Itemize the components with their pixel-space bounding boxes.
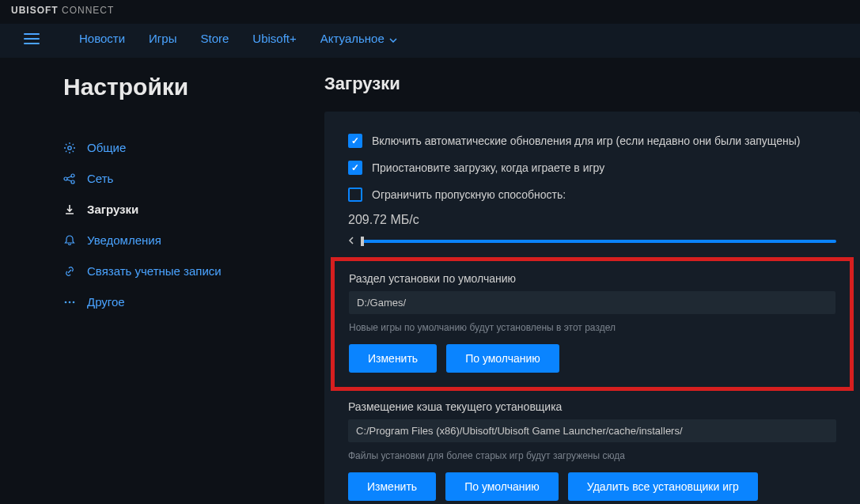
dots-icon [63, 296, 76, 309]
nav-store[interactable]: Store [200, 32, 229, 45]
sidebar-item-label: Общие [87, 141, 126, 154]
svg-point-2 [71, 174, 74, 177]
checkbox-auto-updates[interactable]: Включить автоматические обновления для и… [348, 127, 836, 154]
nav-ubisoft-plus[interactable]: Ubisoft+ [252, 32, 296, 45]
svg-point-4 [65, 301, 67, 303]
install-default-button[interactable]: По умолчанию [446, 344, 559, 373]
brand-bold: UBISOFT [11, 5, 59, 16]
svg-point-0 [68, 146, 71, 149]
nav-news[interactable]: Новости [79, 32, 125, 45]
checkbox-pause-while-playing[interactable]: Приостановите загрузку, когда играете в … [348, 154, 836, 181]
sidebar-item-other[interactable]: Другое [63, 286, 324, 317]
install-path-hint: Новые игры по умолчанию будут установлен… [349, 322, 835, 333]
svg-point-5 [69, 301, 71, 303]
chevron-left-icon[interactable] [348, 235, 354, 248]
sidebar-item-label: Связать учетные записи [87, 264, 222, 278]
checkbox-label: Включить автоматические обновления для и… [372, 135, 800, 147]
install-change-button[interactable]: Изменить [349, 344, 437, 373]
nav-games[interactable]: Игры [149, 32, 176, 45]
gear-icon [63, 142, 76, 154]
sidebar-item-network[interactable]: Сеть [63, 163, 324, 194]
nav-current[interactable]: Актуальное [320, 32, 397, 45]
sidebar-item-link-accounts[interactable]: Связать учетные записи [63, 256, 324, 286]
checkbox-icon[interactable] [348, 188, 362, 202]
install-path-section: Раздел установки по умолчанию D:/Games/ … [331, 257, 854, 391]
chevron-down-icon [389, 32, 397, 45]
downloads-panel: Включить автоматические обновления для и… [324, 112, 860, 504]
sidebar-item-label: Загрузки [87, 203, 138, 216]
svg-point-1 [64, 177, 67, 180]
brand-light: CONNECT [62, 5, 114, 16]
slider-track[interactable] [361, 240, 836, 243]
link-icon [63, 265, 76, 278]
checkbox-label: Ограничить пропускную способность: [372, 188, 566, 201]
checkbox-icon[interactable] [348, 161, 362, 175]
sidebar-item-label: Уведомления [87, 233, 161, 247]
bell-icon [63, 234, 76, 247]
network-icon [63, 172, 76, 185]
page-title: Настройки [63, 74, 324, 100]
cache-path-hint: Файлы установки для более старых игр буд… [348, 450, 836, 461]
sidebar-item-downloads[interactable]: Загрузки [63, 194, 324, 225]
cache-change-button[interactable]: Изменить [348, 472, 436, 501]
sidebar-item-notifications[interactable]: Уведомления [63, 225, 324, 256]
section-heading: Загрузки [324, 74, 860, 94]
bandwidth-slider[interactable] [348, 235, 836, 248]
sidebar-item-label: Другое [87, 295, 125, 309]
download-icon [63, 203, 76, 216]
hamburger-icon[interactable] [24, 33, 40, 44]
checkbox-icon[interactable] [348, 134, 362, 148]
sidebar-item-general[interactable]: Общие [63, 132, 324, 163]
cache-delete-all-button[interactable]: Удалить все установщики игр [568, 472, 758, 501]
install-path-label: Раздел установки по умолчанию [349, 272, 835, 285]
checkbox-label: Приостановите загрузку, когда играете в … [372, 161, 604, 174]
cache-path-input[interactable]: C:/Program Files (x86)/Ubisoft/Ubisoft G… [348, 419, 836, 442]
svg-point-6 [73, 301, 75, 303]
cache-default-button[interactable]: По умолчанию [445, 472, 559, 501]
cache-path-label: Размещение кэша текущего установщика [348, 400, 836, 413]
sidebar-item-label: Сеть [87, 172, 113, 185]
sidebar: Настройки Общие Сеть Загрузки Уведомлени… [0, 74, 324, 504]
bandwidth-value: 209.72 МБ/с [348, 213, 836, 227]
main-content: Загрузки Включить автоматические обновле… [324, 74, 860, 504]
titlebar: UBISOFT CONNECT [0, 0, 860, 24]
install-path-input[interactable]: D:/Games/ [349, 291, 835, 314]
top-nav: Новости Игры Store Ubisoft+ Актуальное [0, 24, 860, 58]
svg-point-3 [71, 180, 74, 184]
checkbox-limit-bandwidth[interactable]: Ограничить пропускную способность: [348, 181, 836, 208]
